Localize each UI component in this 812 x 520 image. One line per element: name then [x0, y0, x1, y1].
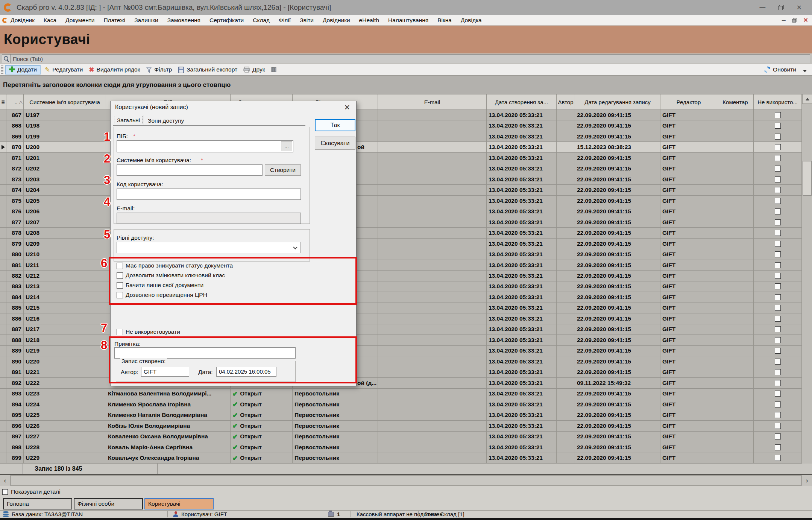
notused-checkbox[interactable] [775, 273, 781, 279]
notused-checkbox[interactable] [775, 348, 781, 354]
search-input[interactable]: Поиск (Tab) [2, 54, 810, 63]
notused-checkbox[interactable] [775, 262, 781, 268]
header-author[interactable]: Автор [557, 94, 575, 109]
notused-checkbox[interactable] [775, 444, 781, 450]
cancel-button[interactable]: Скасувати [315, 137, 355, 150]
usercode-input[interactable] [117, 189, 301, 200]
table-row[interactable]: 893U223Кітманова Валентина Володимирі...… [0, 389, 802, 399]
notused-checkbox[interactable] [775, 337, 781, 343]
header-sysname[interactable]: Системне ім'я користувача [24, 94, 106, 109]
notused-checkbox[interactable] [775, 283, 781, 289]
vertical-scrollbar[interactable] [802, 94, 812, 475]
menu-item[interactable]: eHealth [359, 17, 379, 23]
create-button[interactable]: Створити [265, 164, 301, 176]
notused-checkbox[interactable] [775, 305, 781, 311]
menu-item[interactable]: Замовлення [167, 17, 200, 23]
menu-item[interactable]: Сертифікати [209, 17, 244, 23]
notused-checkbox[interactable] [775, 198, 781, 204]
notused-checkbox[interactable] [775, 380, 781, 386]
table-row[interactable]: 899U229Ковальчук Олександра Ігорівна✔Отк… [0, 453, 802, 464]
table-row[interactable]: 895U225Клименко Наталія Володимирівна✔От… [0, 410, 802, 421]
columns-button[interactable] [268, 66, 279, 73]
notused-checkbox[interactable] [775, 208, 781, 214]
menu-item[interactable]: Документи [65, 17, 94, 23]
horizontal-scrollbar[interactable]: ‹ › [0, 475, 812, 486]
group-by-zone[interactable]: Перетягніть заголовок колонки сюди для у… [0, 75, 812, 94]
scroll-up-arrow[interactable] [802, 94, 812, 104]
notused-checkbox[interactable] [775, 412, 781, 418]
notused-checkbox[interactable] [775, 176, 781, 182]
notused-checkbox[interactable] [775, 369, 781, 375]
filter-button[interactable]: Фільтр [143, 65, 175, 74]
footer-tab-2[interactable]: Фізичні особи [74, 498, 143, 509]
pib-input[interactable] [117, 140, 293, 152]
header-email[interactable]: E-mail [378, 94, 487, 109]
mdi-close-button[interactable]: ✕ [803, 17, 808, 24]
vertical-scroll-thumb[interactable] [803, 161, 812, 196]
header-num[interactable]: ..△ [6, 94, 24, 109]
table-row[interactable]: 896U226Кобізь Юлія Володимирівна✔ОткрытП… [0, 421, 802, 431]
notused-checkbox[interactable] [775, 359, 781, 365]
notused-checkbox[interactable] [775, 219, 781, 225]
notused-checkbox[interactable] [775, 316, 781, 322]
notused-checkbox[interactable] [775, 423, 781, 429]
not-use-row[interactable]: Не використовувати [117, 328, 180, 335]
menu-item[interactable]: Каса [44, 17, 56, 23]
scroll-left-arrow[interactable]: ‹ [0, 475, 11, 486]
notused-checkbox[interactable] [775, 401, 781, 407]
export-button[interactable]: Загальний експорт [175, 65, 240, 74]
edit-button[interactable]: ✎ Редагувати [42, 65, 86, 75]
header-row-selector[interactable]: ≣ [0, 94, 6, 109]
ok-button[interactable]: Так [315, 119, 355, 131]
header-edited[interactable]: Дата редагування запису [575, 94, 660, 109]
header-comment[interactable]: Коментар [717, 94, 754, 109]
dialog-close-icon[interactable]: ✕ [342, 103, 352, 112]
notused-checkbox[interactable] [775, 187, 781, 193]
print-button[interactable]: Друк [240, 65, 268, 74]
menu-item[interactable]: Налаштування [388, 17, 428, 23]
refresh-dropdown-icon[interactable] [803, 70, 807, 72]
notused-checkbox[interactable] [775, 166, 781, 172]
restore-button[interactable] [778, 5, 784, 10]
notused-checkbox[interactable] [775, 391, 781, 397]
notused-checkbox[interactable] [775, 230, 781, 236]
notused-checkbox[interactable] [775, 134, 781, 140]
minimize-button[interactable]: ─ [760, 3, 766, 12]
menu-item[interactable]: Довідка [461, 17, 482, 23]
show-details-checkbox[interactable] [2, 489, 8, 495]
notused-checkbox[interactable] [775, 155, 781, 161]
notused-checkbox[interactable] [775, 144, 781, 150]
tab-general[interactable]: Загальні [113, 115, 144, 125]
horizontal-scroll-thumb[interactable] [11, 475, 801, 486]
mdi-restore-button[interactable] [792, 18, 797, 22]
levels-select[interactable] [117, 242, 301, 253]
footer-tab-1[interactable]: Головна [3, 498, 72, 509]
notused-checkbox[interactable] [775, 326, 781, 332]
menu-item[interactable]: Звіти [300, 17, 314, 23]
mdi-minimize-button[interactable]: ─ [782, 17, 786, 23]
pib-lookup-button[interactable]: ... [281, 141, 292, 151]
header-created[interactable]: Дата створення за... [487, 94, 557, 109]
menu-item[interactable]: Залишки [134, 17, 158, 23]
menu-item[interactable]: Довідники [323, 17, 350, 23]
notused-checkbox[interactable] [775, 112, 781, 118]
refresh-button[interactable]: Оновити [761, 65, 799, 74]
table-row[interactable]: 894U224Клименко Ярослава Ігорівна✔Открыт… [0, 399, 802, 410]
delete-row-button[interactable]: ✖ Видалити рядок [86, 65, 143, 75]
notused-checkbox[interactable] [775, 433, 781, 439]
menu-item[interactable]: Платежі [103, 17, 125, 23]
notused-checkbox[interactable] [775, 251, 781, 257]
footer-tab-3[interactable]: Користувачі [144, 498, 214, 509]
add-button[interactable]: ✚ Додати [6, 65, 40, 74]
menu-item[interactable]: Вікна [437, 17, 452, 23]
notused-checkbox[interactable] [775, 123, 781, 129]
table-row[interactable]: 897U227Коваленко Оксана Володимирівна✔От… [0, 432, 802, 442]
header-editor[interactable]: Редактор [660, 94, 717, 109]
not-use-checkbox[interactable] [117, 329, 123, 335]
menu-item[interactable]: Філії [279, 17, 291, 23]
tab-access-zones[interactable]: Зони доступу [144, 116, 188, 126]
header-notused[interactable]: Не використо... [754, 94, 802, 109]
scroll-right-arrow[interactable]: › [801, 475, 812, 486]
menu-item[interactable]: Довідник [11, 17, 35, 23]
notused-checkbox[interactable] [775, 455, 781, 461]
